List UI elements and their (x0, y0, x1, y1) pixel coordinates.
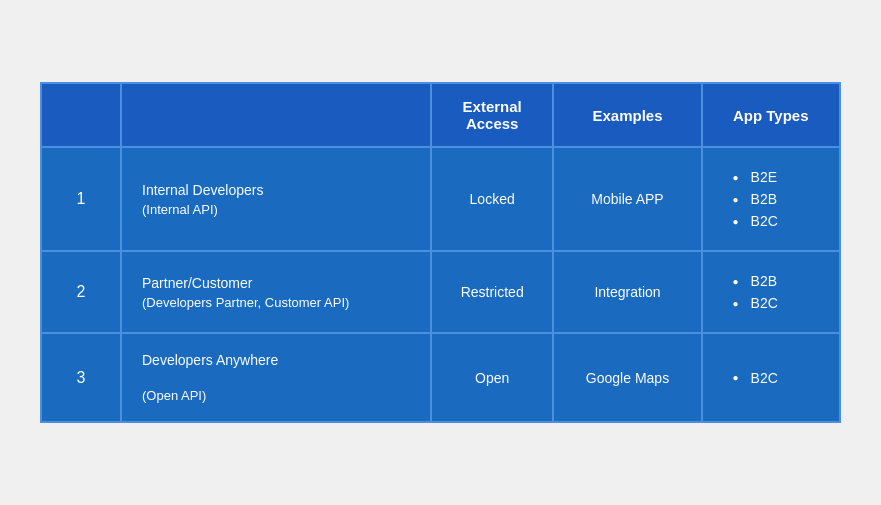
row-access: Restricted (431, 251, 554, 333)
row-app-types: B2E B2B B2C (702, 147, 840, 251)
app-type-item: B2C (733, 292, 823, 314)
table-row: 2 Partner/Customer (Developers Partner, … (41, 251, 840, 333)
row-examples: Mobile APP (553, 147, 701, 251)
app-type-item: B2C (733, 210, 823, 232)
row-developer: Internal Developers (Internal API) (121, 147, 431, 251)
table-row: 3 Developers Anywhere (Open API) Open Go… (41, 333, 840, 422)
developer-title: Developers Anywhere (142, 352, 414, 368)
developer-title: Internal Developers (142, 182, 414, 198)
row-developer: Partner/Customer (Developers Partner, Cu… (121, 251, 431, 333)
row-number: 3 (41, 333, 121, 422)
col-header-developer (121, 83, 431, 147)
row-developer: Developers Anywhere (Open API) (121, 333, 431, 422)
row-app-types: B2B B2C (702, 251, 840, 333)
developer-sub: (Developers Partner, Customer API) (142, 295, 414, 310)
app-type-item: B2C (733, 367, 823, 389)
col-header-external-access: ExternalAccess (431, 83, 554, 147)
app-type-item: B2E (733, 166, 823, 188)
col-header-examples: Examples (553, 83, 701, 147)
app-type-item: B2B (733, 188, 823, 210)
col-header-num (41, 83, 121, 147)
row-number: 2 (41, 251, 121, 333)
row-examples: Integration (553, 251, 701, 333)
table-header-row: ExternalAccess Examples App Types (41, 83, 840, 147)
row-access: Open (431, 333, 554, 422)
col-header-app-types: App Types (702, 83, 840, 147)
page-container: ExternalAccess Examples App Types 1 Inte… (0, 0, 881, 505)
row-app-types: B2C (702, 333, 840, 422)
app-type-item: B2B (733, 270, 823, 292)
row-number: 1 (41, 147, 121, 251)
table-row: 1 Internal Developers (Internal API) Loc… (41, 147, 840, 251)
row-examples: Google Maps (553, 333, 701, 422)
api-access-table: ExternalAccess Examples App Types 1 Inte… (40, 82, 841, 423)
developer-sub: (Internal API) (142, 202, 414, 217)
developer-title: Partner/Customer (142, 275, 414, 291)
developer-sub: (Open API) (142, 388, 414, 403)
row-access: Locked (431, 147, 554, 251)
